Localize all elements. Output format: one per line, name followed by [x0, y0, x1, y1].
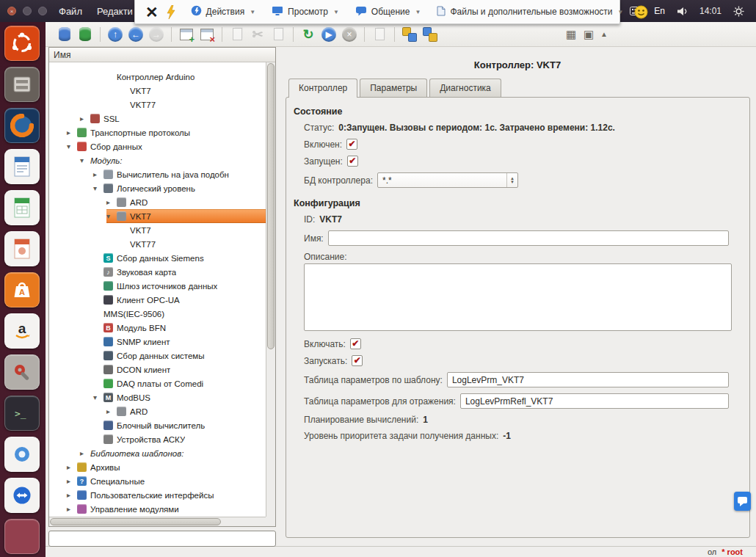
chat-badge-icon[interactable] — [734, 492, 751, 511]
refresh-button[interactable]: ↻ — [298, 24, 319, 45]
tree-item[interactable]: ▸Управление модулями — [49, 502, 266, 516]
tree-header[interactable]: Имя — [49, 48, 275, 62]
enabled-checkbox[interactable]: ✔ — [346, 139, 357, 150]
tab-контроллер[interactable]: Контроллер — [288, 79, 357, 98]
tree-item[interactable]: ▾Модуль: — [49, 153, 266, 167]
tree-item[interactable]: Шлюз источников данных — [49, 279, 266, 293]
tree-item[interactable]: MMS(IEC-9506) — [49, 307, 266, 321]
help-button[interactable] — [420, 24, 440, 45]
expander-closed-icon[interactable]: ▸ — [67, 491, 77, 499]
tree-vertical-scrollbar[interactable] — [266, 62, 275, 517]
expander-closed-icon[interactable]: ▸ — [80, 449, 90, 457]
tree-item[interactable]: SСбор данных Siemens — [49, 251, 266, 265]
expander-closed-icon[interactable]: ▸ — [93, 170, 103, 178]
tree-item[interactable]: ▸SSL — [49, 112, 266, 125]
expander-closed-icon[interactable]: ▸ — [106, 198, 117, 206]
clock[interactable]: 14:01 — [699, 6, 722, 16]
tree-item[interactable]: DAQ платы от Comedi — [49, 376, 266, 390]
delete-item-button[interactable]: × — [197, 24, 217, 45]
dock-item-ubuntu-software[interactable]: A — [4, 272, 40, 307]
template-table-input[interactable] — [447, 372, 729, 387]
tree-horizontal-scrollbar[interactable] — [49, 517, 266, 526]
module-tools-button[interactable] — [399, 24, 420, 45]
tree-item[interactable]: ▸?Специальные — [49, 474, 266, 488]
name-input[interactable] — [328, 230, 729, 246]
tv-menu-communicate[interactable]: Общение▼ — [355, 6, 421, 18]
save-to-db-button[interactable] — [75, 24, 95, 45]
dock-item-libreoffice-impress[interactable] — [4, 231, 40, 266]
expander-closed-icon[interactable]: ▸ — [67, 505, 77, 513]
dock-item-terminal[interactable]: >_ — [4, 396, 40, 431]
window-minimize-icon[interactable] — [23, 7, 32, 15]
tree-item[interactable]: ▾Логический уровень — [49, 181, 266, 195]
tree-item[interactable]: ▸ARD — [49, 404, 266, 418]
spinner-arrows-icon[interactable]: ▲▼ — [506, 173, 517, 187]
collapse-toolbar-icon[interactable]: ▲ — [599, 30, 609, 38]
status-user[interactable]: * root — [722, 547, 743, 556]
vertical-scrollbar-thumb[interactable] — [267, 63, 275, 349]
expander-open-icon[interactable]: ▾ — [80, 156, 90, 164]
stop-button[interactable]: × — [339, 24, 360, 45]
tree-item[interactable]: ▸Вычислитель на java подобн — [49, 167, 266, 181]
tab-параметры[interactable]: Параметры — [360, 79, 427, 97]
running-checkbox[interactable]: ✔ — [347, 156, 358, 167]
tree-item[interactable]: ▾VKT7 — [49, 209, 266, 223]
window-close-icon[interactable]: × — [7, 7, 16, 15]
tree-item[interactable]: VKT77 — [49, 98, 266, 112]
start-button[interactable]: ▶ — [319, 24, 339, 45]
smiley-feedback-icon[interactable] — [634, 5, 648, 19]
go-up-button[interactable]: ↑ — [105, 24, 126, 45]
tree-item[interactable]: Сбор данных системы — [49, 349, 266, 363]
session-gear-icon[interactable] — [733, 6, 744, 17]
tree-item[interactable]: ▸Транспортные протоколы — [49, 125, 266, 139]
tree-item[interactable]: DCON клиент — [49, 363, 266, 376]
dock-item-system-settings[interactable] — [4, 354, 40, 390]
dock-item-amazon[interactable]: a — [4, 313, 40, 349]
grid-columns-icon[interactable]: ▦ — [564, 28, 578, 41]
horizontal-scrollbar-thumb[interactable] — [50, 518, 221, 525]
tree-item[interactable]: ▸Пользовательские интерфейсы — [49, 488, 266, 502]
tree-item[interactable]: BМодуль BFN — [49, 321, 266, 335]
tree-item[interactable]: ▸Библиотека шаблонов: — [49, 446, 266, 460]
tree-search-input[interactable] — [48, 531, 276, 547]
to-enable-checkbox[interactable]: ✔ — [350, 338, 361, 349]
tree-item[interactable]: ▸ARD — [49, 195, 266, 209]
volume-icon[interactable] — [677, 7, 688, 16]
tree-item[interactable]: SNMP клиент — [49, 335, 266, 349]
tree-item[interactable]: VKT7 — [49, 223, 266, 237]
window-maximize-icon[interactable] — [38, 7, 47, 15]
dock-item-firefox[interactable] — [4, 108, 40, 143]
tree-item[interactable]: Устройства АСКУ — [49, 432, 266, 446]
description-textarea[interactable] — [304, 263, 732, 331]
tree-item[interactable]: Блочный вычислитель — [49, 418, 266, 432]
add-item-button[interactable]: + — [176, 24, 197, 45]
expander-open-icon[interactable]: ▾ — [106, 212, 117, 220]
tab-диагностика[interactable]: Диагностика — [429, 79, 501, 97]
controller-db-combobox[interactable]: *.* ▲▼ — [377, 172, 518, 188]
menu-file[interactable]: Файл — [59, 6, 82, 17]
dock-item-libreoffice-calc[interactable] — [4, 190, 40, 225]
reflection-table-input[interactable] — [460, 393, 729, 409]
to-start-checkbox[interactable]: ✔ — [352, 355, 363, 366]
expander-open-icon[interactable]: ▾ — [93, 393, 103, 401]
tree-item[interactable]: ♪Звуковая карта — [49, 265, 266, 279]
tv-menu-view[interactable]: Просмотр▼ — [272, 6, 339, 18]
tree-item[interactable]: ▾Сбор данных — [49, 139, 266, 153]
expander-closed-icon[interactable]: ▸ — [67, 128, 77, 136]
tree-item[interactable]: Клиент OPC-UA — [49, 293, 266, 307]
load-from-db-button[interactable] — [54, 24, 75, 45]
expander-closed-icon[interactable]: ▸ — [80, 114, 90, 123]
dock-item-app-partial[interactable] — [4, 519, 40, 554]
dock-item-libreoffice-writer[interactable] — [4, 149, 40, 184]
language-indicator[interactable]: En — [654, 6, 665, 16]
dock-item-files[interactable] — [4, 67, 40, 102]
tree-item[interactable]: Контроллер Arduino — [49, 70, 266, 84]
expander-open-icon[interactable]: ▾ — [67, 142, 77, 150]
menu-edit[interactable]: Редакти — [97, 6, 133, 17]
expander-open-icon[interactable]: ▾ — [93, 184, 103, 192]
tree-item[interactable]: VKT77 — [49, 237, 266, 251]
fullscreen-icon[interactable]: ▣ — [581, 28, 596, 41]
dock-item-browser[interactable] — [4, 437, 40, 472]
expander-closed-icon[interactable]: ▸ — [106, 407, 117, 415]
tree-item[interactable]: VKT7 — [49, 84, 266, 98]
